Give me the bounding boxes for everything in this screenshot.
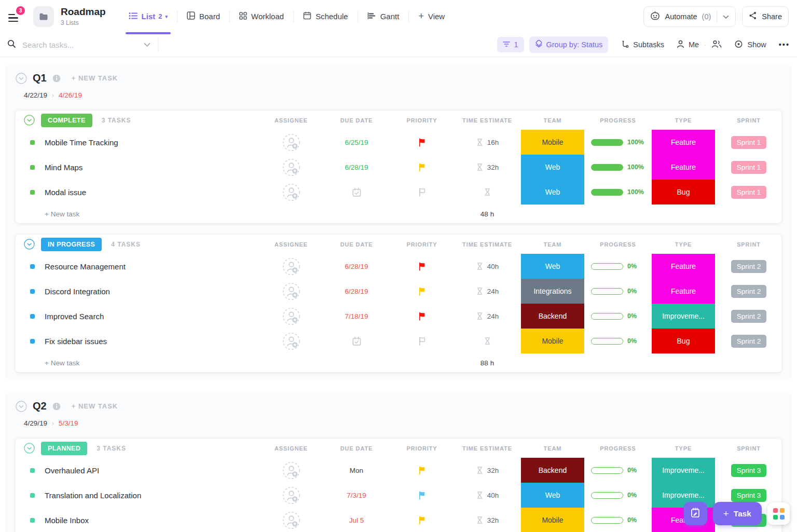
status-badge[interactable]: PLANNED	[41, 442, 87, 455]
search-chevron-icon[interactable]	[144, 40, 150, 49]
sprint-cell[interactable]: Sprint 2	[716, 279, 781, 304]
task-row[interactable]: Fix sidebar issues Mobile 0%	[16, 329, 781, 353]
group-collapse-icon[interactable]	[24, 115, 35, 126]
due-date[interactable]: 6/28/19	[345, 163, 368, 171]
task-name[interactable]: Translation and Localization	[45, 491, 141, 500]
new-task-row-button[interactable]: + New task	[16, 210, 258, 218]
set-due-date-icon[interactable]	[352, 336, 362, 346]
task-name[interactable]: Discord Integration	[45, 287, 110, 296]
type-tag[interactable]: Feature	[652, 155, 715, 180]
team-cell[interactable]: Web	[520, 180, 585, 204]
task-status-square[interactable]	[30, 518, 35, 523]
due-date-cell[interactable]	[324, 180, 389, 204]
progress-cell[interactable]: 0%	[585, 329, 651, 353]
time-estimate-cell[interactable]: 24h	[455, 279, 520, 304]
team-cell[interactable]: Web	[520, 483, 585, 508]
column-header-type[interactable]: TYPE	[651, 241, 716, 248]
section-collapse-icon[interactable]	[16, 73, 27, 84]
task-name[interactable]: Overhauled API	[45, 466, 99, 475]
task-row[interactable]: Mobile Inbox Jul 5 32h Mobile 0%	[16, 508, 781, 532]
section-end-date[interactable]: 5/3/19	[59, 419, 78, 427]
task-status-square[interactable]	[30, 314, 35, 319]
task-row[interactable]: Resource Management 6/28/19 40h Web 0%	[16, 254, 781, 279]
priority-cell[interactable]	[389, 279, 455, 304]
column-header-sprint[interactable]: SPRINT	[716, 241, 781, 248]
due-date[interactable]: 7/18/19	[345, 312, 368, 320]
add-assignee-icon[interactable]	[282, 461, 300, 480]
group-collapse-icon[interactable]	[24, 239, 35, 250]
sprint-cell[interactable]: Sprint 2	[716, 304, 781, 329]
column-header-sprint[interactable]: SPRINT	[716, 445, 781, 452]
column-header-sprint[interactable]: SPRINT	[716, 117, 781, 124]
add-assignee-icon[interactable]	[282, 257, 300, 276]
column-header-time-estimate[interactable]: TIME ESTIMATE	[455, 445, 520, 452]
due-date-cell[interactable]: 6/25/19	[324, 130, 389, 155]
sprint-cell[interactable]: Sprint 1	[716, 155, 781, 180]
automate-chevron-icon[interactable]	[723, 12, 729, 21]
type-tag[interactable]: Improveme...	[652, 304, 715, 329]
view-tab-gantt[interactable]: Gantt	[358, 0, 409, 33]
task-name[interactable]: Improved Search	[45, 312, 104, 321]
info-icon[interactable]	[52, 74, 61, 83]
due-date-cell[interactable]: Mon	[324, 458, 389, 483]
view-tab-list[interactable]: List2 ▾	[119, 0, 177, 33]
sprint-cell[interactable]: Sprint 2	[716, 329, 781, 353]
column-header-type[interactable]: TYPE	[651, 117, 716, 124]
time-estimate[interactable]: 24h	[487, 312, 499, 320]
team-tag[interactable]: Backend	[521, 304, 584, 329]
add-assignee-icon[interactable]	[282, 511, 300, 529]
sprint-cell[interactable]: Sprint 2	[716, 254, 781, 279]
assignee-cell[interactable]	[258, 155, 324, 180]
column-header-team[interactable]: TEAM	[520, 445, 585, 452]
team-cell[interactable]: Web	[520, 254, 585, 279]
add-assignee-icon[interactable]	[282, 183, 300, 201]
subtasks-button[interactable]: Subtasks	[621, 40, 664, 50]
type-tag[interactable]: Improveme...	[652, 458, 715, 483]
team-tag[interactable]: Mobile	[521, 130, 584, 155]
filter-button[interactable]: 1	[497, 37, 524, 52]
section-new-task-button[interactable]: + NEW TASK	[72, 402, 118, 410]
priority-flag-icon[interactable]	[418, 516, 427, 525]
notification-badge[interactable]: 3	[16, 6, 25, 15]
priority-flag-icon[interactable]	[418, 188, 427, 197]
task-status-square[interactable]	[30, 140, 35, 145]
team-cell[interactable]: Mobile	[520, 508, 585, 532]
assignee-cell[interactable]	[258, 508, 324, 532]
add-task-button[interactable]: + Task	[713, 502, 762, 525]
column-header-priority[interactable]: PRIORITY	[389, 117, 455, 124]
sprint-badge[interactable]: Sprint 2	[731, 335, 767, 348]
time-estimate-cell[interactable]: 40h	[455, 254, 520, 279]
priority-cell[interactable]	[389, 508, 455, 532]
time-estimate-cell[interactable]	[455, 180, 520, 204]
progress-cell[interactable]: 0%	[585, 458, 651, 483]
task-row[interactable]: Improved Search 7/18/19 24h Backend 0%	[16, 304, 781, 329]
time-estimate-cell[interactable]: 24h	[455, 304, 520, 329]
time-estimate-cell[interactable]: 40h	[455, 483, 520, 508]
view-tab-schedule[interactable]: Schedule	[294, 0, 358, 33]
type-cell[interactable]: Bug	[651, 180, 716, 204]
due-date-cell[interactable]: 7/18/19	[324, 304, 389, 329]
task-name[interactable]: Fix sidebar issues	[45, 337, 107, 346]
column-header-progress[interactable]: PROGRESS	[585, 241, 651, 248]
assignee-cell[interactable]	[258, 483, 324, 508]
due-date-cell[interactable]: 6/28/19	[324, 155, 389, 180]
priority-cell[interactable]	[389, 304, 455, 329]
type-tag[interactable]: Feature	[652, 254, 715, 279]
due-date[interactable]: 6/28/19	[345, 288, 368, 295]
team-cell[interactable]: Web	[520, 155, 585, 180]
progress-cell[interactable]: 100%	[585, 155, 651, 180]
progress-cell[interactable]: 100%	[585, 130, 651, 155]
type-tag[interactable]: Bug	[652, 180, 715, 204]
column-header-progress[interactable]: PROGRESS	[585, 117, 651, 124]
automate-button[interactable]: Automate (0)	[643, 6, 736, 27]
status-badge[interactable]: COMPLETE	[41, 114, 92, 127]
column-header-priority[interactable]: PRIORITY	[389, 241, 455, 248]
column-header-due-date[interactable]: DUE DATE	[324, 445, 389, 452]
task-status-square[interactable]	[30, 493, 35, 498]
task-name[interactable]: Mobile Time Tracking	[45, 138, 118, 147]
progress-cell[interactable]: 0%	[585, 508, 651, 532]
task-status-square[interactable]	[30, 289, 35, 294]
type-cell[interactable]: Improveme...	[651, 304, 716, 329]
priority-flag-icon[interactable]	[418, 262, 427, 271]
column-header-type[interactable]: TYPE	[651, 445, 716, 452]
